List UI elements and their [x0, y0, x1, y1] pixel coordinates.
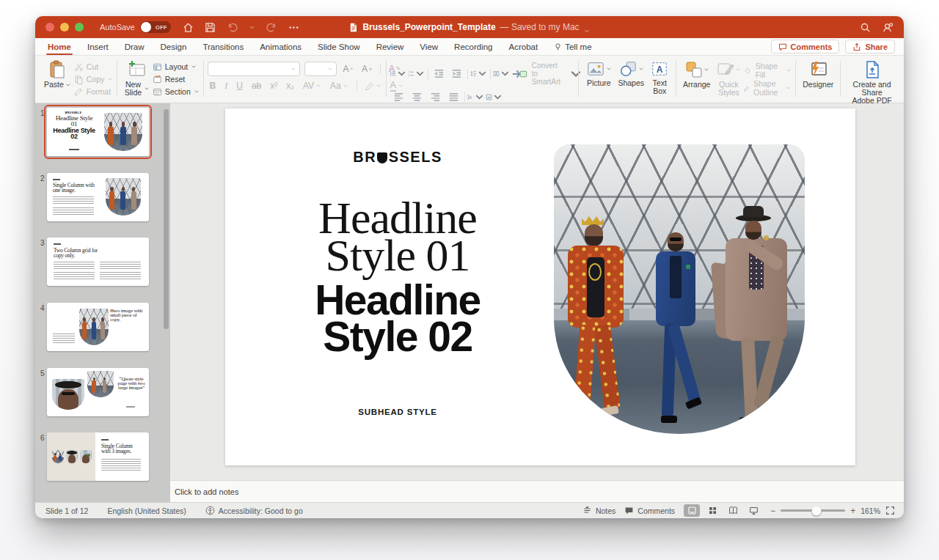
bullets-button[interactable] [390, 67, 407, 81]
normal-view-button[interactable] [684, 504, 700, 517]
decrease-indent-button[interactable] [431, 67, 447, 81]
align-right-button[interactable] [426, 89, 444, 104]
subhead-text[interactable]: SUBHEAD STYLE [225, 408, 570, 416]
slide-thumbnail-1[interactable]: BRUSSELS Headline Style 01 Headline Styl… [47, 108, 149, 156]
search-icon[interactable] [860, 22, 871, 33]
notes-pane[interactable]: Click to add notes [170, 480, 904, 502]
font-size-select[interactable] [304, 62, 337, 76]
slide-1[interactable]: BRSSELS HeadlineStyle 01 HeadlineStyle 0… [225, 108, 855, 465]
redo-icon[interactable] [266, 22, 277, 33]
zoom-slider-knob[interactable] [812, 506, 822, 515]
zoom-window-button[interactable] [75, 23, 84, 32]
slide-thumbnail-5[interactable]: “Quote style page with two large images” [47, 368, 149, 416]
share-button[interactable]: Share [845, 40, 895, 54]
close-button[interactable] [45, 23, 54, 32]
undo-icon[interactable] [227, 22, 238, 33]
slide-thumbnail-2[interactable]: Single Column with one image. [47, 173, 149, 221]
tab-acrobat[interactable]: Acrobat [501, 38, 547, 55]
slide-photo[interactable] [554, 144, 805, 434]
minimize-button[interactable] [60, 23, 69, 32]
character-spacing-button[interactable]: AV [301, 81, 324, 91]
tab-slide-show[interactable]: Slide Show [310, 38, 368, 55]
bold-button[interactable]: B [208, 81, 219, 91]
copy-button[interactable]: Copy [74, 73, 114, 85]
slide-canvas[interactable]: BRSSELS HeadlineStyle 01 HeadlineStyle 0… [170, 103, 904, 480]
cut-button[interactable]: Cut [74, 61, 114, 73]
increase-font-button[interactable]: A^ [341, 64, 355, 74]
tab-insert[interactable]: Insert [79, 38, 117, 55]
change-case-button[interactable]: Aa [328, 81, 351, 91]
arrange-button[interactable]: Arrange [680, 59, 713, 89]
highlight-color-button[interactable] [363, 81, 384, 90]
autosave-toggle[interactable]: OFF [140, 21, 171, 33]
tab-tell-me[interactable]: Tell me [546, 38, 599, 55]
text-box-button[interactable]: TextBox [647, 59, 672, 96]
slide-sorter-view-button[interactable] [704, 504, 720, 517]
fit-to-window-icon[interactable] [885, 506, 895, 515]
align-left-button[interactable] [390, 89, 407, 104]
headline-style-01-text[interactable]: HeadlineStyle 01 [225, 199, 570, 274]
document-title-area[interactable]: Brussels_Powerpoint_Template — Saved to … [348, 22, 590, 33]
slide-thumbnail-6[interactable]: Single Column with 3 images. [47, 432, 149, 481]
tab-design[interactable]: Design [153, 38, 195, 55]
comments-button[interactable]: Comments [771, 40, 840, 54]
slide-logo[interactable]: BRSSELS [225, 149, 570, 166]
section-button[interactable]: Section [153, 86, 200, 97]
slide-thumbnail-4[interactable]: Hero image with small piece of copy. [47, 303, 149, 351]
italic-button[interactable]: I [222, 81, 230, 92]
home-icon[interactable] [183, 22, 194, 33]
tab-home[interactable]: Home [40, 38, 79, 55]
undo-chevron-icon[interactable] [249, 22, 255, 33]
language-indicator[interactable]: English (United States) [107, 506, 186, 515]
subscript-button[interactable]: x₂ [284, 81, 296, 91]
format-painter-button[interactable]: Format [74, 86, 114, 97]
decrease-font-button[interactable]: A˅ [359, 64, 374, 74]
reset-button[interactable]: Reset [153, 73, 200, 85]
shape-outline-button[interactable]: Shape Outline [744, 79, 792, 97]
tab-transitions[interactable]: Transitions [194, 38, 252, 55]
comments-toggle-button[interactable]: Comments [624, 506, 675, 515]
slide-indicator[interactable]: Slide 1 of 12 [45, 506, 88, 515]
increase-indent-button[interactable] [448, 67, 465, 81]
tab-animations[interactable]: Animations [252, 38, 310, 55]
superscript-button[interactable]: x² [268, 81, 279, 91]
designer-button[interactable]: Designer [800, 59, 836, 89]
zoom-in-button[interactable]: + [850, 506, 855, 516]
slideshow-button[interactable] [745, 504, 761, 517]
reading-view-button[interactable] [725, 504, 741, 517]
save-icon[interactable] [205, 22, 216, 33]
new-slide-button[interactable]: New Slide [121, 59, 153, 97]
paste-button[interactable]: Paste [41, 59, 74, 89]
slide-thumbnail-3[interactable]: Two Column grid for copy only. [47, 237, 149, 286]
tab-view[interactable]: View [412, 38, 446, 55]
convert-smartart-button[interactable]: Convert toSmartArt [511, 62, 585, 86]
more-commands-icon[interactable] [288, 22, 299, 33]
strikethrough-button[interactable]: ab [249, 81, 263, 91]
tab-review[interactable]: Review [368, 38, 412, 55]
underline-button[interactable]: U [234, 81, 245, 91]
zoom-out-button[interactable]: − [770, 506, 775, 516]
font-name-select[interactable] [208, 62, 300, 76]
create-share-adobe-pdf-button[interactable]: Create and ShareAdobe PDF [844, 59, 899, 106]
shape-fill-button[interactable]: Shape Fill [744, 62, 792, 79]
accessibility-status[interactable]: Accessibility: Good to go [205, 506, 303, 515]
layout-button[interactable]: Layout [153, 61, 200, 73]
align-center-button[interactable] [408, 89, 425, 104]
justify-button[interactable] [445, 89, 462, 104]
headline-style-02-text[interactable]: HeadlineStyle 02 [225, 281, 570, 355]
picture-button[interactable]: Picture [582, 59, 615, 88]
align-text-button[interactable] [486, 89, 503, 104]
notes-toggle-button[interactable]: Notes [582, 506, 615, 515]
text-direction-button[interactable] [467, 89, 485, 104]
tab-draw[interactable]: Draw [117, 38, 153, 55]
numbering-button[interactable] [408, 67, 425, 81]
tab-recording[interactable]: Recording [446, 38, 500, 55]
zoom-slider[interactable] [781, 509, 845, 512]
shapes-button[interactable]: Shapes [615, 59, 647, 88]
quick-styles-button[interactable]: QuickStyles [713, 59, 744, 97]
columns-button[interactable] [493, 67, 511, 81]
autosave-control[interactable]: AutoSave OFF [100, 21, 171, 33]
share-contact-icon[interactable] [883, 22, 894, 33]
thumbnail-scrollbar[interactable] [164, 109, 169, 329]
line-spacing-button[interactable] [470, 67, 488, 81]
